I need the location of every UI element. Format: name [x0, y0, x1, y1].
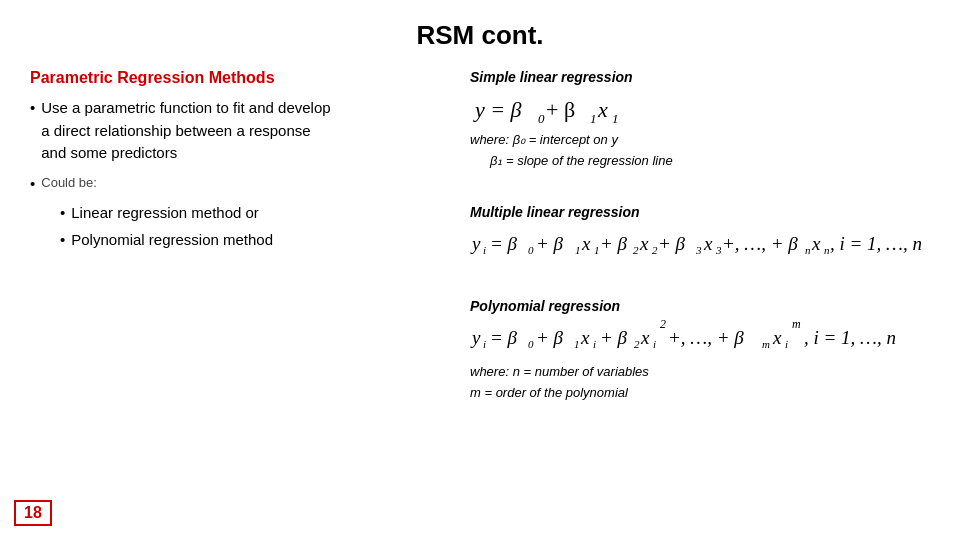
svg-text:+, …, + β: +, …, + β [722, 233, 798, 254]
svg-text:= β: = β [490, 327, 518, 348]
svg-text:1: 1 [594, 244, 600, 256]
simple-lr-where: where: β₀ = intercept on y β₁ = slope of… [470, 130, 960, 172]
bullet-item-1: • Use a parametric function to fit and d… [30, 97, 440, 165]
svg-text:+ β: + β [600, 327, 628, 348]
svg-text:= β: = β [490, 233, 518, 254]
slide: RSM cont. Parametric Regression Methods … [0, 0, 960, 540]
simple-lr-where2: β₁ = slope of the regression line [470, 151, 960, 172]
left-column: Parametric Regression Methods • Use a pa… [30, 69, 450, 418]
svg-text:+ β: + β [546, 97, 575, 122]
svg-text:i: i [653, 338, 656, 350]
polynomial-title: Polynomial regression [470, 298, 960, 314]
polynomial-regression-section: Polynomial regression y i = β 0 + β 1 x … [470, 298, 960, 404]
svg-text:y: y [470, 327, 481, 348]
svg-text:+, …, + β: +, …, + β [668, 327, 744, 348]
svg-text:1: 1 [612, 111, 619, 126]
sub-bullets: • Linear regression method or • Polynomi… [60, 204, 440, 248]
svg-text:0: 0 [528, 244, 534, 256]
sub-bullet-2: • Polynomial regression method [60, 231, 440, 248]
sub-bullet-1: • Linear regression method or [60, 204, 440, 221]
svg-text:x: x [580, 327, 590, 348]
simple-linear-regression-section: Simple linear regression y = β 0 + β 1 x… [470, 69, 960, 172]
polynomial-where2: m = order of the polynomial [470, 383, 960, 404]
simple-lr-where1: where: β₀ = intercept on y [470, 130, 960, 151]
svg-text:2: 2 [634, 338, 640, 350]
svg-text:+ β: + β [536, 233, 564, 254]
svg-text:x: x [581, 233, 591, 254]
svg-text:x: x [811, 233, 821, 254]
svg-text:+ β: + β [658, 233, 686, 254]
slide-title: RSM cont. [30, 20, 930, 51]
svg-text:3: 3 [715, 244, 722, 256]
sub-bullet-dot-2: • [60, 231, 65, 248]
bullet-line1: Use a parametric function to fit and dev… [41, 99, 330, 116]
svg-text:x: x [597, 97, 608, 122]
bullet-dot-2: • [30, 175, 35, 192]
svg-text:0: 0 [528, 338, 534, 350]
sub-bullet-dot-1: • [60, 204, 65, 221]
svg-text:y: y [470, 233, 481, 254]
svg-text:, i = 1, …, n: , i = 1, …, n [804, 327, 896, 348]
svg-text:i: i [785, 338, 788, 350]
svg-text:x: x [703, 233, 713, 254]
right-column: Simple linear regression y = β 0 + β 1 x… [460, 69, 960, 418]
multiple-lr-section: Multiple linear regression y i = β 0 + β… [470, 204, 960, 266]
svg-text:1: 1 [575, 244, 581, 256]
polynomial-where: where: n = number of variables m = order… [470, 362, 960, 404]
svg-text:+ β: + β [600, 233, 628, 254]
svg-text:x: x [640, 327, 650, 348]
svg-text:m: m [792, 318, 801, 331]
svg-text:i: i [483, 338, 486, 350]
sub-bullet-text-1: Linear regression method or [71, 204, 259, 221]
svg-text:2: 2 [660, 318, 666, 331]
svg-text:x: x [772, 327, 782, 348]
sub-bullet-text-2: Polynomial regression method [71, 231, 273, 248]
svg-text:i: i [593, 338, 596, 350]
svg-text:1: 1 [574, 338, 580, 350]
content-area: Parametric Regression Methods • Use a pa… [30, 69, 930, 418]
bullet-item-2: • Could be: [30, 173, 440, 198]
svg-text:x: x [639, 233, 649, 254]
polynomial-where1: where: n = number of variables [470, 362, 960, 383]
bullet-line3: and some predictors [41, 144, 177, 161]
could-be-label: Could be: [41, 175, 97, 190]
bullet-text-1: Use a parametric function to fit and dev… [41, 97, 330, 165]
svg-text:y = β: y = β [473, 97, 522, 122]
svg-text:3: 3 [695, 244, 702, 256]
svg-text:n: n [805, 244, 811, 256]
simple-lr-title: Simple linear regression [470, 69, 960, 85]
svg-text:, i = 1, …, n: , i = 1, …, n [830, 233, 922, 254]
svg-text:1: 1 [590, 111, 597, 126]
multiple-lr-formula: y i = β 0 + β 1 x 1 + β 2 x 2 + β 3 [470, 224, 960, 266]
svg-text:0: 0 [538, 111, 545, 126]
svg-text:+ β: + β [536, 327, 564, 348]
page-number: 18 [14, 500, 52, 526]
svg-text:m: m [762, 338, 770, 350]
multiple-lr-title: Multiple linear regression [470, 204, 960, 220]
polynomial-formula: y i = β 0 + β 1 x i + β 2 x i 2 +, …, + … [470, 318, 960, 362]
svg-text:2: 2 [633, 244, 639, 256]
bullet-line2: a direct relationship between a response [41, 122, 310, 139]
section-title: Parametric Regression Methods [30, 69, 440, 87]
bullet-dot-1: • [30, 99, 35, 116]
svg-text:i: i [483, 244, 486, 256]
simple-lr-formula: y = β 0 + β 1 x 1 [470, 89, 960, 130]
